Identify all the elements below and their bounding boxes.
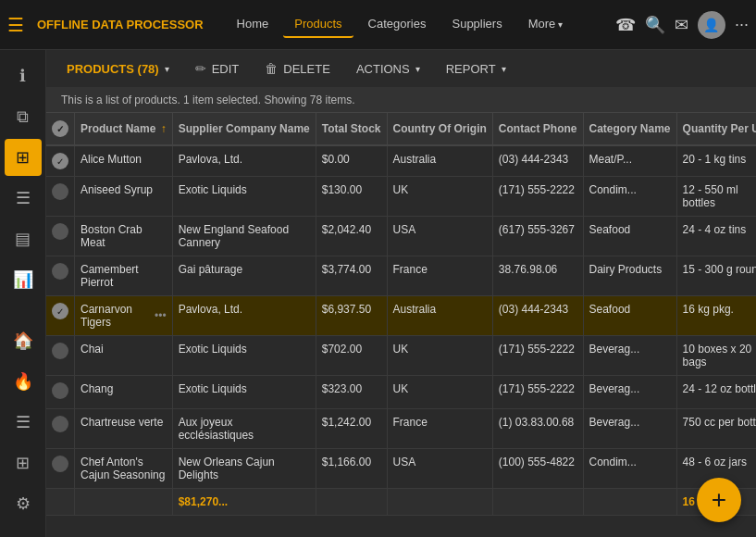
main-content: PRODUCTS (78) ✏ EDIT 🗑 DELETE ACTIONS RE… [46,50,756,537]
row-checkbox[interactable]: ✓ [52,303,68,319]
row-qty-per-unit: 24 - 12 oz bottles [676,376,756,409]
row-contact: (03) 444-2343 [492,296,583,336]
mail-icon[interactable]: ✉ [675,15,688,35]
sidebar-item-fire[interactable]: 🔥 [5,363,42,400]
sidebar-item-chart[interactable]: 📊 [5,261,42,298]
totals-cell [46,489,75,516]
table-row[interactable]: Boston Crab MeatNew England Seafood Cann… [46,217,756,256]
row-check-cell[interactable] [46,177,75,217]
delete-label: DELETE [283,62,330,76]
table-row[interactable]: Chartreuse verteAux joyeux ecclésiastiqu… [46,409,756,449]
sidebar-item-settings[interactable]: ⚙ [5,485,42,522]
fab-add-button[interactable]: + [697,478,741,522]
row-qty-per-unit: 10 boxes x 20 bags [676,336,756,376]
row-contact: 38.76.98.06 [492,256,583,296]
row-dots-menu[interactable]: ••• [155,309,167,322]
row-total-stock: $323.00 [316,376,387,409]
sidebar-item-home[interactable]: 🏠 [5,322,42,359]
row-supplier: New England Seafood Cannery [172,217,316,256]
row-contact: (1) 03.83.00.68 [492,409,583,449]
row-check-cell[interactable]: ✓ [46,296,75,336]
row-country: USA [387,217,492,256]
row-checkbox[interactable] [52,263,68,280]
products-toolbar-item[interactable]: PRODUCTS (78) [61,58,175,80]
totals-cell [316,489,387,516]
header-check[interactable]: ✓ [46,113,75,145]
products-label: PRODUCTS (78) [67,62,159,76]
table-row[interactable]: Camembert PierrotGai pâturage$3,774.00Fr… [46,256,756,296]
sidebar-item-menu2[interactable]: ☰ [5,404,42,441]
edit-button[interactable]: ✏ EDIT [190,57,245,80]
hamburger-menu-icon[interactable]: ☰ [7,14,24,36]
phone-icon[interactable]: ☎ [615,15,636,35]
table-row[interactable]: Chef Anton's Cajun SeasoningNew Orleans … [46,449,756,489]
header-qty[interactable]: Quantity Per Unit [676,113,756,145]
nav-products[interactable]: Products [283,11,353,38]
sidebar-item-grid2[interactable]: ⊞ [5,444,42,481]
header-total-stock[interactable]: Total Stock [316,113,387,145]
search-icon[interactable]: 🔍 [645,15,665,35]
actions-label: ACTIONS [356,62,410,76]
header-contact[interactable]: Contact Phone [492,113,583,145]
row-country: USA [387,449,492,489]
row-check-cell[interactable] [46,409,75,449]
table-row[interactable]: ✓Alice MuttonPavlova, Ltd.$0.00Australia… [46,145,756,177]
sidebar-item-copy[interactable]: ⧉ [5,98,42,135]
header-product-name[interactable]: Product Name ↑ [75,113,173,145]
row-checkbox[interactable] [52,416,68,432]
row-total-stock: $130.00 [316,177,387,217]
row-check-cell[interactable] [46,336,75,376]
row-check-cell[interactable] [46,256,75,296]
table-row[interactable]: ChaiExotic Liquids$702.00UK(171) 555-222… [46,336,756,376]
row-check-cell[interactable]: ✓ [46,145,75,177]
sidebar-item-grid[interactable]: ⊞ [5,139,42,176]
totals-cell [492,489,583,516]
row-checkbox[interactable] [52,343,68,359]
row-total-stock: $702.00 [316,336,387,376]
table-row[interactable]: Aniseed SyrupExotic Liquids$130.00UK(171… [46,177,756,217]
row-check-cell[interactable] [46,217,75,256]
table-row[interactable]: ✓Carnarvon Tigers•••Pavlova, Ltd.$6,937.… [46,296,756,336]
row-product-name: Aniseed Syrup [75,177,173,217]
row-contact: (03) 444-2343 [492,145,583,177]
info-text: This is a list of products. 1 item selec… [61,94,354,106]
sidebar-item-table[interactable]: ▤ [5,220,42,257]
row-country: France [387,256,492,296]
more-options-icon[interactable]: ··· [735,15,749,34]
row-supplier: Pavlova, Ltd. [172,296,316,336]
sidebar: ℹ ⧉ ⊞ ☰ ▤ 📊 🏠 🔥 ☰ ⊞ ⚙ [0,50,46,537]
header-category[interactable]: Category Name [583,113,676,145]
row-contact: (100) 555-4822 [492,449,583,489]
row-supplier: Pavlova, Ltd. [172,145,316,177]
table-container[interactable]: ✓ Product Name ↑ Supplier Company Name T… [46,113,756,537]
row-check-cell[interactable] [46,449,75,489]
delete-button[interactable]: 🗑 DELETE [259,57,336,80]
row-supplier: Aux joyeux ecclésiastiques [172,409,316,449]
header-country[interactable]: Country Of Origin [387,113,492,145]
sidebar-item-info[interactable]: ℹ [5,57,42,94]
nav-home[interactable]: Home [226,11,280,38]
row-checkbox[interactable] [52,456,68,472]
user-avatar[interactable]: 👤 [698,11,725,39]
row-checkbox[interactable] [52,223,68,240]
table-header-row: ✓ Product Name ↑ Supplier Company Name T… [46,113,756,145]
row-checkbox[interactable]: ✓ [52,153,68,169]
nav-more[interactable]: More [517,11,574,38]
row-category: Dairy Products [583,256,676,296]
row-product-name: Carnarvon Tigers••• [75,296,173,336]
row-supplier: Exotic Liquids [172,376,316,409]
row-category: Beverag... [583,409,676,449]
nav-suppliers[interactable]: Suppliers [440,11,513,38]
actions-button[interactable]: ACTIONS [351,58,426,80]
table-row[interactable]: ChangExotic Liquids$323.00UK(171) 555-22… [46,376,756,409]
nav-categories[interactable]: Categories [357,11,438,38]
sidebar-item-list[interactable]: ☰ [5,180,42,217]
row-category: Condim... [583,177,676,217]
row-check-cell[interactable] [46,376,75,409]
row-checkbox[interactable] [52,382,68,399]
report-button[interactable]: REPORT [440,58,512,80]
select-all-checkbox[interactable]: ✓ [52,120,68,137]
nav-icons: ☎ 🔍 ✉ 👤 ··· [615,11,749,39]
header-supplier[interactable]: Supplier Company Name [172,113,316,145]
row-checkbox[interactable] [52,183,68,200]
